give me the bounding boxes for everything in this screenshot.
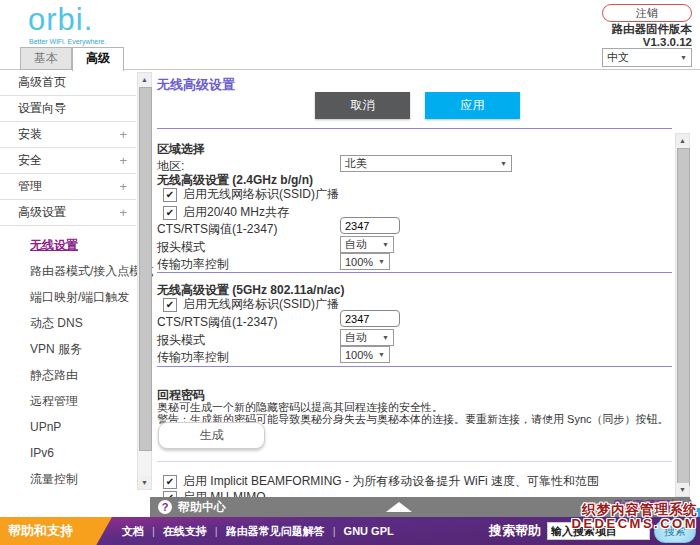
logo-tagline: Better WiFi. Everywhere. bbox=[29, 38, 106, 45]
check-icon: ✔ bbox=[166, 299, 174, 310]
preamble-24-label: 报头模式 bbox=[157, 239, 205, 256]
footer-links: 文档 | 在线支持 | 路由器常见问题解答 | GNU GPL bbox=[122, 517, 394, 545]
region-heading: 区域选择 bbox=[157, 141, 205, 158]
ssid-broadcast-24-label: 启用无线网络标识(SSID)广播 bbox=[183, 186, 339, 203]
scrollbar-thumb[interactable] bbox=[677, 148, 690, 486]
sidebar-item-administration[interactable]: 管理+ bbox=[0, 174, 136, 200]
sidebar-item-dynamic-dns[interactable]: 动态 DNS bbox=[0, 310, 136, 336]
scroll-down-icon[interactable]: ▼ bbox=[676, 483, 689, 496]
expand-plus-icon[interactable]: + bbox=[119, 174, 127, 199]
dedecms-watermark: 织梦内容管理系统 DEDECMS.COM bbox=[572, 503, 698, 531]
section-divider bbox=[157, 366, 672, 367]
cts-rts-5-input[interactable] bbox=[340, 310, 400, 327]
collapse-triangle-icon[interactable] bbox=[386, 502, 412, 512]
power-5-select[interactable]: 100% ▼ bbox=[340, 346, 390, 363]
logout-button[interactable]: 注销 bbox=[602, 4, 692, 22]
watermark-line2: DEDECMS.COM bbox=[572, 517, 698, 531]
sidebar-subnav: 无线设置 路由器模式/接入点模式 端口映射/端口触发 动态 DNS VPN 服务… bbox=[0, 226, 136, 492]
sidebar-item-label: 高级设置 bbox=[18, 205, 66, 219]
sidebar-nav: 高级首页 设置向导 安装+ 安全+ 管理+ 高级设置+ 无线设置 路由器模式/接… bbox=[0, 70, 136, 492]
footer-separator: | bbox=[152, 525, 155, 537]
sidebar-item-advanced-setup[interactable]: 高级设置+ bbox=[0, 200, 136, 226]
footer-link-online-support[interactable]: 在线支持 bbox=[163, 524, 207, 539]
sidebar-item-label: 管理 bbox=[18, 179, 42, 193]
sidebar-item-wireless-settings[interactable]: 无线设置 bbox=[0, 232, 136, 258]
tab-advanced[interactable]: 高级 bbox=[72, 47, 124, 71]
ssid-broadcast-24-checkbox[interactable]: ✔ bbox=[163, 188, 177, 202]
ssid-broadcast-5-row: ✔ 启用无线网络标识(SSID)广播 bbox=[163, 296, 339, 313]
sidebar-item-remote-management[interactable]: 远程管理 bbox=[0, 388, 136, 414]
language-value: 中文 bbox=[607, 50, 629, 65]
sidebar-scrollbar[interactable]: ▲ ▼ bbox=[137, 72, 152, 490]
chevron-down-icon: ▼ bbox=[680, 54, 687, 61]
page-title: 无线高级设置 bbox=[157, 76, 235, 94]
preamble-5-value: 自动 bbox=[345, 330, 367, 345]
sidebar-item-static-routes[interactable]: 静态路由 bbox=[0, 362, 136, 388]
content-scrollbar[interactable]: ▲ ▼ bbox=[675, 133, 690, 497]
coexistence-label: 启用20/40 MHz共存 bbox=[183, 204, 289, 221]
power-24-label: 传输功率控制 bbox=[157, 256, 229, 273]
beamforming-checkbox[interactable]: ✔ bbox=[163, 475, 177, 489]
language-select[interactable]: 中文 ▼ bbox=[602, 48, 692, 67]
orbi-logo: orbi. bbox=[28, 2, 93, 38]
sidebar-item-label: 设置向导 bbox=[18, 101, 66, 115]
tab-basic[interactable]: 基本 bbox=[20, 47, 72, 70]
power-5-label: 传输功率控制 bbox=[157, 349, 229, 366]
sidebar-item-setup-wizard[interactable]: 设置向导 bbox=[0, 96, 136, 122]
scrollbar-thumb[interactable] bbox=[139, 87, 152, 451]
sidebar-item-label: 高级首页 bbox=[18, 75, 66, 89]
power-24-value: 100% bbox=[345, 256, 373, 268]
sidebar-item-upnp[interactable]: UPnP bbox=[0, 414, 136, 440]
sidebar-item-port-forwarding[interactable]: 端口映射/端口触发 bbox=[0, 284, 136, 310]
preamble-24-select[interactable]: 自动 ▼ bbox=[340, 236, 394, 253]
chevron-down-icon: ▼ bbox=[378, 258, 385, 265]
cts-rts-24-input[interactable] bbox=[340, 217, 400, 234]
chevron-down-icon: ▼ bbox=[500, 160, 507, 167]
preamble-5-select[interactable]: 自动 ▼ bbox=[340, 329, 394, 346]
firmware-label: 路由器固件版本 bbox=[612, 23, 693, 36]
scroll-down-icon[interactable]: ▼ bbox=[138, 476, 151, 489]
region-select[interactable]: 北美 ▼ bbox=[340, 155, 512, 172]
top-tabs: 基本 高级 bbox=[20, 47, 124, 71]
watermark-line1: 织梦内容管理系统 bbox=[572, 503, 698, 517]
sidebar-item-security[interactable]: 安全+ bbox=[0, 148, 136, 174]
sidebar-item-router-ap-mode[interactable]: 路由器模式/接入点模式 bbox=[0, 258, 136, 284]
preamble-24-value: 自动 bbox=[345, 237, 367, 252]
power-5-value: 100% bbox=[345, 349, 373, 361]
expand-plus-icon[interactable]: + bbox=[119, 148, 127, 173]
help-support-label: 帮助和支持 bbox=[8, 517, 73, 545]
sidebar-item-setup[interactable]: 安装+ bbox=[0, 122, 136, 148]
footer-link-router-faq[interactable]: 路由器常见问题解答 bbox=[226, 524, 325, 539]
footer-separator: | bbox=[333, 525, 336, 537]
coexistence-checkbox[interactable]: ✔ bbox=[163, 206, 177, 220]
sidebar-item-label: 安装 bbox=[18, 127, 42, 141]
firmware-version: 路由器固件版本 V1.3.0.12 bbox=[612, 23, 693, 49]
section-divider bbox=[157, 272, 672, 273]
chevron-down-icon: ▼ bbox=[382, 334, 389, 341]
power-24-select[interactable]: 100% ▼ bbox=[340, 253, 390, 270]
scroll-up-icon[interactable]: ▲ bbox=[138, 73, 151, 86]
footer-link-gnu-gpl[interactable]: GNU GPL bbox=[344, 525, 394, 537]
preamble-5-label: 报头模式 bbox=[157, 332, 205, 349]
apply-button[interactable]: 应用 bbox=[425, 92, 520, 119]
main-content: 无线高级设置 取消 应用 区域选择 地区: 北美 ▼ 无线高级设置 (2.4GH… bbox=[155, 70, 675, 517]
sidebar-item-vpn-service[interactable]: VPN 服务 bbox=[0, 336, 136, 362]
region-select-value: 北美 bbox=[345, 156, 367, 171]
cancel-button[interactable]: 取消 bbox=[315, 92, 410, 119]
check-icon: ✔ bbox=[166, 476, 174, 487]
sidebar-item-ipv6[interactable]: IPv6 bbox=[0, 440, 136, 466]
generate-button[interactable]: 生成 bbox=[158, 422, 265, 449]
beamforming-label: 启用 Implicit BEAMFORMING - 为所有移动设备提升 WiFi… bbox=[183, 473, 599, 490]
expand-plus-icon[interactable]: + bbox=[119, 122, 127, 147]
coexistence-row: ✔ 启用20/40 MHz共存 bbox=[163, 204, 289, 221]
sidebar-item-label: 安全 bbox=[18, 153, 42, 167]
help-question-icon: ? bbox=[158, 500, 172, 514]
ssid-broadcast-5-label: 启用无线网络标识(SSID)广播 bbox=[183, 296, 339, 313]
footer-link-documentation[interactable]: 文档 bbox=[122, 524, 144, 539]
check-icon: ✔ bbox=[166, 207, 174, 218]
sidebar-item-advanced-home[interactable]: 高级首页 bbox=[0, 70, 136, 96]
ssid-broadcast-5-checkbox[interactable]: ✔ bbox=[163, 298, 177, 312]
expand-plus-icon[interactable]: + bbox=[119, 200, 127, 225]
sidebar-item-traffic-meter[interactable]: 流量控制 bbox=[0, 466, 136, 492]
scroll-up-icon[interactable]: ▲ bbox=[676, 134, 689, 147]
